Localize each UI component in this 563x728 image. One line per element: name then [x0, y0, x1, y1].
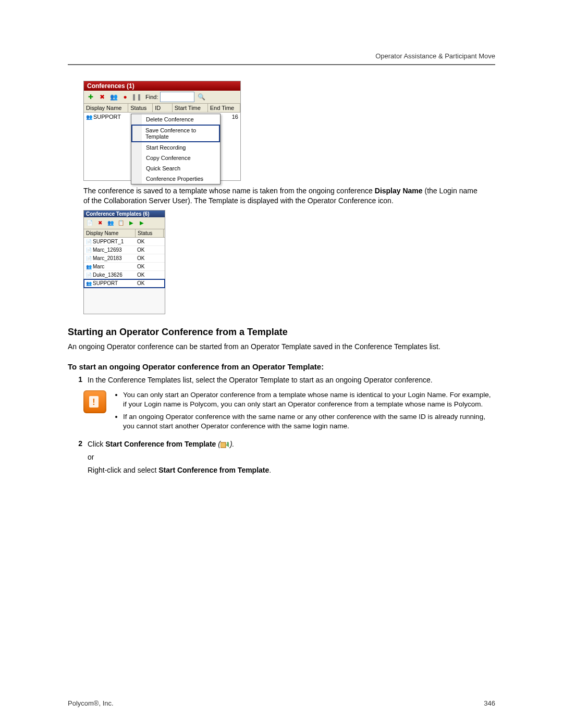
template-row-name-text: Marc_20183 — [93, 255, 122, 261]
note-bullets: You can only start an Operator conferenc… — [114, 390, 495, 435]
conference-row-end-time: 16 — [232, 114, 238, 120]
operator-template-icon: 👥 — [86, 264, 92, 269]
template-row-status: OK — [135, 238, 163, 245]
tpl-icon-3[interactable]: 👥 — [106, 218, 115, 228]
page-header-right: Operator Assistance & Participant Move — [68, 52, 495, 60]
templates-body: 📄SUPPORT_1OK📄Marc_12693OK📄Marc_20183OK👥M… — [84, 238, 165, 288]
template-row-status: OK — [135, 279, 163, 287]
conference-templates-panel: Conference Templates (6) 📄 ✖ 👥 📋 ▶ ▶ Dis… — [83, 210, 165, 314]
template-row-name: 📄Marc_20183 — [84, 254, 135, 262]
svg-text:!: ! — [92, 398, 95, 406]
template-row-status: OK — [135, 263, 163, 270]
template-row-status: OK — [135, 254, 163, 262]
intro-paragraph: An ongoing Operator conference can be st… — [68, 342, 495, 352]
note-bullet-2: If an ongoing Operator conference with t… — [123, 412, 495, 431]
template-row-name: 📄SUPPORT_1 — [84, 238, 135, 245]
conference-row-name-text: SUPPORT — [93, 114, 121, 120]
instruction-list-2: 2 Click Start Conference from Template (… — [68, 439, 495, 475]
column-start-time[interactable]: Start Time — [173, 104, 208, 112]
template-row[interactable]: 📄Duke_13626OK — [84, 271, 165, 279]
tpl-icon-2[interactable]: ✖ — [95, 218, 105, 228]
record-icon[interactable]: ● — [120, 92, 130, 102]
template-row[interactable]: 📄SUPPORT_1OK — [84, 238, 165, 246]
footer-company: Polycom®, Inc. — [68, 699, 114, 707]
step2-prefix: Click — [88, 440, 105, 448]
template-row[interactable]: 👥SUPPORTOK — [84, 279, 165, 288]
tpl-icon-1[interactable]: 📄 — [85, 218, 94, 228]
conference-templates-toolbar: 📄 ✖ 👥 📋 ▶ ▶ — [84, 217, 165, 229]
conferences-column-headers: Display Name Status ID Start Time End Ti… — [84, 104, 240, 113]
template-row-name-text: SUPPORT_1 — [93, 239, 124, 244]
step2-alt-b: Start Conference from Template — [158, 466, 269, 474]
svg-rect-2 — [221, 442, 226, 448]
templates-column-status[interactable]: Status — [136, 229, 164, 237]
menu-start-recording[interactable]: Start Recording — [131, 142, 220, 153]
template-row-status: OK — [135, 246, 163, 254]
search-icon[interactable]: 🔍 — [197, 92, 206, 102]
tpl-icon-4[interactable]: 📋 — [116, 218, 126, 228]
step-2-body: Click Start Conference from Template ().… — [88, 439, 495, 475]
menu-save-conference-to-template[interactable]: Save Conference to Template — [131, 125, 220, 142]
pause-icon[interactable]: ❚❚ — [132, 92, 141, 102]
column-id[interactable]: ID — [153, 104, 173, 112]
step2-alt-c: . — [269, 466, 271, 474]
step2-or: or — [88, 452, 495, 462]
instruction-list: 1 In the Conference Templates list, sele… — [68, 375, 495, 385]
footer-page-number: 346 — [484, 699, 495, 707]
template-row-name-text: Marc — [93, 264, 104, 269]
template-row[interactable]: 📄Marc_20183OK — [84, 254, 165, 263]
step-1-text: In the Conference Templates list, select… — [88, 375, 495, 385]
menu-quick-search[interactable]: Quick Search — [131, 163, 220, 174]
template-row[interactable]: 📄Marc_12693OK — [84, 246, 165, 254]
column-status[interactable]: Status — [128, 104, 153, 112]
delete-conference-icon[interactable]: ✖ — [97, 92, 107, 102]
tpl-icon-5[interactable]: ▶ — [127, 218, 136, 228]
tpl-icon-6[interactable]: ▶ — [137, 218, 146, 228]
column-display-name[interactable]: Display Name — [84, 104, 128, 112]
paragraph-template-saved: The conference is saved to a template wh… — [83, 186, 480, 206]
para1-b: Display Name — [375, 187, 423, 195]
templates-empty-area — [84, 288, 165, 314]
templates-column-display-name[interactable]: Display Name — [84, 229, 136, 237]
menu-conference-properties[interactable]: Conference Properties — [131, 174, 220, 184]
subheading-to-start: To start an ongoing Operator conference … — [68, 362, 495, 371]
header-divider — [68, 64, 495, 65]
template-row-name: 📄Duke_13626 — [84, 271, 135, 279]
start-conference-from-template-icon — [221, 441, 230, 449]
step2-alt-a: Right-click and select — [88, 466, 158, 474]
para1-a: The conference is saved to a template wh… — [83, 187, 375, 195]
conferences-body: 👥SUPPORT 16 Delete Conference Save Confe… — [84, 113, 240, 180]
heading-start-operator-conference: Starting an Operator Conference from a T… — [68, 327, 495, 338]
column-end-time[interactable]: End Time — [208, 104, 240, 112]
operator-template-icon: 👥 — [86, 281, 92, 286]
template-row-name-text: Marc_12693 — [93, 247, 122, 253]
conferences-titlebar: Conferences (1) — [84, 81, 240, 91]
svg-point-4 — [227, 442, 229, 444]
page-footer: Polycom®, Inc. 346 — [68, 699, 495, 707]
template-row-status: OK — [135, 271, 163, 279]
note-icon: ! — [83, 390, 106, 413]
template-icon: 📄 — [86, 256, 92, 261]
conferences-toolbar: ✚ ✖ 👥 ● ❚❚ Find: 🔍 — [84, 91, 240, 104]
template-row-name: 👥Marc — [84, 263, 135, 270]
menu-copy-conference[interactable]: Copy Conference — [131, 153, 220, 163]
new-conference-icon[interactable]: ✚ — [86, 92, 95, 102]
conference-templates-titlebar: Conference Templates (6) — [84, 211, 165, 217]
instruction-step-2: 2 Click Start Conference from Template (… — [68, 439, 495, 475]
template-row-name: 👥SUPPORT — [84, 279, 135, 287]
template-row-name: 📄Marc_12693 — [84, 246, 135, 254]
menu-delete-conference[interactable]: Delete Conference — [131, 114, 220, 125]
context-menu: Delete Conference Save Conference to Tem… — [131, 114, 221, 184]
participants-icon[interactable]: 👥 — [109, 92, 118, 102]
step2-paren-open: ( — [216, 440, 221, 448]
template-icon: 📄 — [86, 239, 92, 244]
template-row-name-text: Duke_13626 — [93, 272, 123, 278]
conference-row-display-name[interactable]: 👥SUPPORT — [84, 113, 130, 180]
step2-bold: Start Conference from Template — [105, 440, 216, 448]
find-input[interactable] — [160, 92, 194, 102]
template-row[interactable]: 👥MarcOK — [84, 263, 165, 271]
conferences-panel: Conferences (1) ✚ ✖ 👥 ● ❚❚ Find: 🔍 Displ… — [83, 81, 241, 181]
templates-column-headers: Display Name Status — [84, 229, 165, 238]
template-row-name-text: SUPPORT — [93, 280, 118, 286]
step2-paren-close: ). — [230, 440, 235, 448]
